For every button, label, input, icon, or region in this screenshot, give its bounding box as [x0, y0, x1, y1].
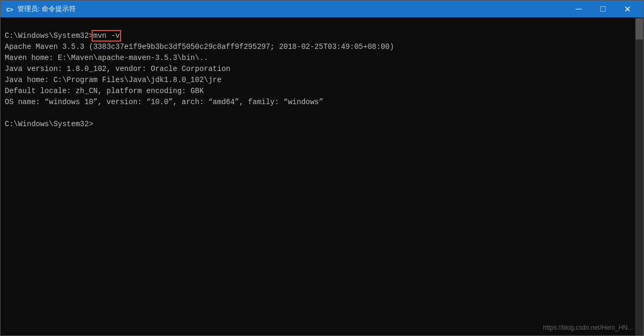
- command-text: mvn -v: [93, 32, 120, 40]
- output-line-2: Maven home: E:\Maven\apache-maven-3.5.3\…: [5, 54, 208, 62]
- terminal-body[interactable]: C:\Windows\System32>mvn -v Apache Maven …: [1, 17, 643, 335]
- title-bar: C> 管理员: 命令提示符 ─ □ ✕: [1, 1, 643, 17]
- svg-text:C>: C>: [6, 7, 14, 13]
- prompt-1: C:\Windows\System32>: [5, 32, 93, 40]
- output-line-3: Java version: 1.8.0_102, vendor: Oracle …: [5, 65, 230, 73]
- maximize-button[interactable]: □: [591, 1, 615, 17]
- minimize-button[interactable]: ─: [567, 1, 591, 17]
- prompt-line-2: C:\Windows\System32>: [5, 120, 93, 128]
- output-line-4: Java home: C:\Program Files\Java\jdk1.8.…: [5, 76, 222, 84]
- output-line-7: [5, 109, 9, 117]
- output-line-5: Default locale: zh_CN, platform encoding…: [5, 87, 204, 95]
- prompt-line-1: C:\Windows\System32>mvn -v: [5, 32, 120, 40]
- cmd-icon: C>: [5, 4, 14, 14]
- output-line-6: OS name: “windows 10”, version: “10.0”, …: [5, 98, 323, 106]
- output-line-1: Apache Maven 3.5.3 (3383c37e1f9e9b3bc3df…: [5, 43, 394, 51]
- window-title: 管理员: 命令提示符: [17, 4, 567, 14]
- scrollbar-thumb[interactable]: [636, 18, 643, 39]
- terminal-window: C> 管理员: 命令提示符 ─ □ ✕ C:\Windows\System32>…: [0, 0, 644, 336]
- window-controls: ─ □ ✕: [567, 1, 639, 17]
- terminal-output: C:\Windows\System32>mvn -v Apache Maven …: [5, 19, 639, 130]
- scrollbar[interactable]: [635, 17, 643, 335]
- close-button[interactable]: ✕: [615, 1, 639, 17]
- watermark: https://blog.csdn.net/Hero_HN...: [543, 324, 633, 331]
